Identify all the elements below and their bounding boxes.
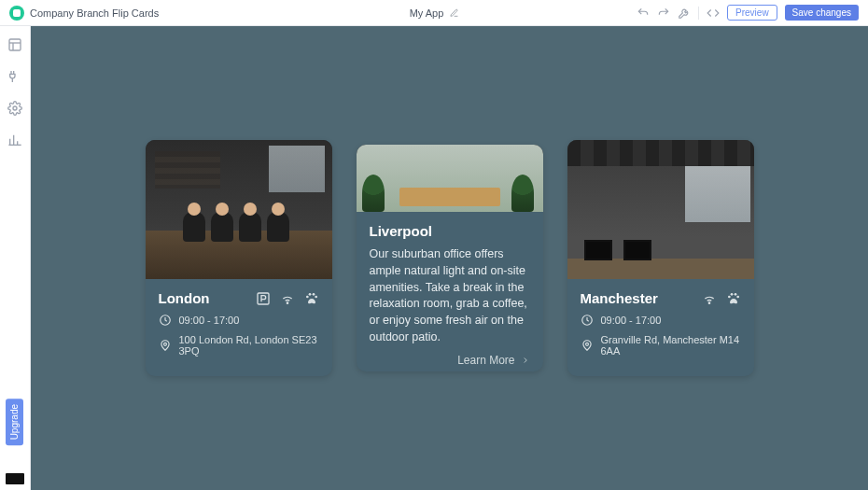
address-row: Granville Rd, Manchester M14 6AA: [581, 334, 741, 357]
card-body: Manchester 09:00 - 17:00 Granville Rd, M…: [567, 279, 754, 376]
pencil-icon: [449, 8, 458, 18]
svg-point-21: [585, 343, 588, 345]
parking-icon: [256, 291, 271, 306]
chart-icon[interactable]: [7, 133, 22, 147]
app-name-label: My App: [410, 7, 444, 19]
clock-icon: [581, 314, 594, 327]
hours-text: 09:00 - 17:00: [601, 315, 662, 326]
svg-point-19: [736, 295, 739, 298]
clock-icon: [159, 314, 172, 327]
pets-icon: [304, 291, 319, 306]
chevron-right-icon: [521, 356, 530, 365]
card-body: Liverpool Our suburban office offers amp…: [357, 212, 543, 371]
learn-more-link[interactable]: Learn More: [457, 354, 529, 367]
project-title: Company Branch Flip Cards: [30, 7, 159, 19]
pin-icon: [581, 339, 594, 352]
branch-card-london[interactable]: London 09:00 - 17:00 100 London Rd, Lond…: [146, 140, 332, 376]
card-image: [357, 145, 543, 212]
card-title: Liverpool: [370, 223, 530, 239]
svg-point-12: [315, 295, 317, 298]
pets-icon: [726, 291, 741, 306]
top-bar: Company Branch Flip Cards My App Preview…: [0, 0, 868, 26]
learn-more-label: Learn More: [457, 354, 514, 367]
top-bar-left: Company Branch Flip Cards: [9, 6, 159, 21]
svg-point-14: [163, 343, 166, 345]
svg-point-10: [308, 293, 311, 296]
card-title: Manchester: [581, 290, 658, 306]
redo-icon[interactable]: [657, 7, 670, 20]
card-description: Our suburban office offers ample natural…: [370, 246, 530, 346]
save-button[interactable]: Save changes: [785, 5, 859, 21]
hours-text: 09:00 - 17:00: [179, 315, 240, 326]
pin-icon: [159, 339, 172, 352]
code-icon[interactable]: [707, 7, 720, 20]
svg-point-9: [306, 295, 309, 298]
address-text: 100 London Rd, London SE23 3PQ: [179, 334, 319, 357]
svg-point-15: [708, 302, 709, 303]
svg-rect-0: [9, 39, 21, 50]
wrench-icon[interactable]: [678, 7, 691, 20]
svg-point-18: [734, 293, 736, 296]
card-image: [146, 140, 332, 279]
wifi-icon: [280, 291, 295, 306]
card-image: [567, 140, 754, 279]
svg-point-8: [287, 302, 287, 303]
wifi-icon: [702, 291, 717, 306]
branch-card-manchester[interactable]: Manchester 09:00 - 17:00 Granville Rd, M…: [567, 140, 754, 376]
sidebar-bottom-badge: [6, 473, 24, 484]
top-bar-right: Preview Save changes: [637, 5, 859, 21]
preview-button[interactable]: Preview: [727, 5, 777, 21]
card-body: London 09:00 - 17:00 100 London Rd, Lond…: [146, 279, 332, 376]
plug-icon[interactable]: [7, 69, 22, 84]
branch-card-liverpool[interactable]: Liverpool Our suburban office offers amp…: [357, 145, 543, 371]
svg-point-11: [312, 293, 315, 296]
address-row: 100 London Rd, London SE23 3PQ: [159, 334, 319, 357]
svg-point-3: [13, 106, 17, 110]
hours-row: 09:00 - 17:00: [581, 314, 741, 327]
address-text: Granville Rd, Manchester M14 6AA: [601, 334, 741, 357]
editor-canvas: London 09:00 - 17:00 100 London Rd, Lond…: [31, 26, 868, 490]
hours-row: 09:00 - 17:00: [159, 314, 319, 327]
app-logo-icon: [9, 6, 24, 21]
upgrade-button[interactable]: Upgrade: [6, 399, 23, 445]
gear-icon[interactable]: [7, 101, 22, 116]
svg-point-16: [728, 295, 731, 298]
top-bar-center[interactable]: My App: [410, 7, 459, 19]
svg-point-17: [730, 293, 733, 296]
undo-icon[interactable]: [637, 7, 650, 20]
card-title: London: [159, 290, 210, 306]
divider: [698, 7, 699, 20]
layout-icon[interactable]: [7, 37, 22, 52]
left-sidebar: Upgrade: [0, 26, 31, 490]
